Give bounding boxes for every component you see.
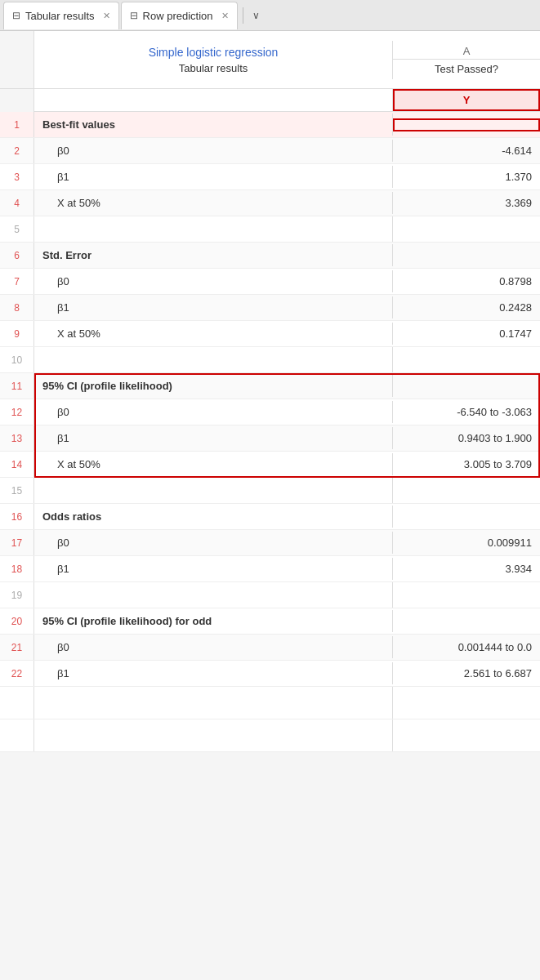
row-value-2: -4.614	[393, 140, 540, 162]
ci-section: 11 95% CI (profile likelihood) 12 β0 -6.…	[0, 373, 540, 478]
row-label-20: 95% CI (profile likelihood) for odd	[34, 610, 393, 632]
row-number-22: 22	[0, 661, 34, 686]
row-number-23	[0, 687, 34, 719]
header-title-row: Simple logistic regression Tabular resul…	[0, 31, 540, 89]
table-row: 22 β1 2.561 to 6.687	[0, 661, 540, 687]
row-value-14: 3.005 to 3.709	[393, 453, 540, 475]
tab-close-row-prediction[interactable]: ✕	[221, 11, 229, 21]
row-number-17: 17	[0, 530, 34, 555]
row-label-9: X at 50%	[34, 323, 393, 345]
tab-row-prediction[interactable]: ⊟ Row prediction ✕	[121, 2, 238, 29]
title-text: Simple logistic regression	[149, 46, 279, 59]
table-row: 19	[0, 582, 540, 608]
row-value-10	[393, 347, 540, 372]
row-value-18: 3.934	[393, 558, 540, 580]
row-number-3: 3	[0, 164, 34, 189]
row-number-2: 2	[0, 138, 34, 163]
row-number-16: 16	[0, 504, 34, 529]
tab-close-tabular[interactable]: ✕	[103, 11, 110, 21]
tab-label-tabular: Tabular results	[25, 10, 95, 22]
row-label-24	[34, 719, 393, 751]
row-value-5	[393, 216, 540, 242]
row-value-15	[393, 478, 540, 503]
row-label-8: β1	[34, 296, 393, 318]
row-label-15	[34, 478, 393, 503]
tab-separator	[243, 7, 243, 24]
row-number-5: 5	[0, 216, 34, 242]
row-number-18: 18	[0, 556, 34, 581]
table-row: 5	[0, 216, 540, 243]
row-number-21: 21	[0, 635, 34, 660]
row-label-12: β0	[34, 401, 393, 423]
row-value-24	[393, 719, 540, 751]
results-table: Simple logistic regression Tabular resul…	[0, 31, 540, 752]
table-row	[0, 719, 540, 752]
header-title-area: Simple logistic regression Tabular resul…	[34, 41, 393, 79]
row-number-24	[0, 719, 34, 751]
y-marker: Y	[393, 89, 540, 111]
row-value-8: 0.2428	[393, 296, 540, 318]
table-row: 7 β0 0.8798	[0, 269, 540, 295]
row-label-14: X at 50%	[34, 453, 393, 475]
row-label-5	[34, 216, 393, 242]
header-title-main: Simple logistic regression	[34, 41, 392, 60]
row-value-3: 1.370	[393, 166, 540, 188]
row-number-9: 9	[0, 321, 34, 346]
row-number-4: 4	[0, 190, 34, 216]
row-value-16	[393, 512, 540, 522]
row-value-11	[393, 381, 540, 391]
table-row: 13 β1 0.9403 to 1.900	[0, 425, 540, 452]
row-label-10	[34, 347, 393, 372]
row-label-18: β1	[34, 558, 393, 580]
row-value-12: -6.540 to -3.063	[393, 401, 540, 423]
header-subtitle: Tabular results	[34, 60, 392, 79]
row-number-12: 12	[0, 399, 34, 425]
table-row: 2 β0 -4.614	[0, 138, 540, 164]
table-row: 21 β0 0.001444 to 0.0	[0, 635, 540, 661]
row-value-6	[393, 251, 540, 261]
row-value-19	[393, 582, 540, 608]
col-a-name: Test Passed?	[393, 60, 540, 80]
table-row: 1 Best-fit values	[0, 112, 540, 138]
table-row: 6 Std. Error	[0, 243, 540, 269]
row-number-13: 13	[0, 425, 34, 451]
table-icon-2: ⊟	[130, 10, 138, 21]
row-label-17: β0	[34, 532, 393, 554]
table-row: 20 95% CI (profile likelihood) for odd	[0, 608, 540, 635]
table-row: 15	[0, 478, 540, 504]
row-value-7: 0.8798	[393, 270, 540, 292]
row-label-22: β1	[34, 662, 393, 684]
row-number-6: 6	[0, 243, 34, 268]
row-label-7: β0	[34, 270, 393, 292]
header-value-area: A Test Passed?	[393, 40, 540, 80]
row-number-15: 15	[0, 478, 34, 503]
row-label-19	[34, 582, 393, 608]
table-icon: ⊟	[12, 10, 20, 21]
row-value-9: 0.1747	[393, 323, 540, 345]
row-value-22: 2.561 to 6.687	[393, 662, 540, 684]
tab-tabular-results[interactable]: ⊟ Tabular results ✕	[3, 2, 119, 29]
row-number-7: 7	[0, 269, 34, 294]
table-row: 4 X at 50% 3.369	[0, 190, 540, 216]
header-row-num-spacer	[0, 31, 34, 88]
row-label-2: β0	[34, 140, 393, 162]
table-row: 10	[0, 347, 540, 373]
row-value-21: 0.001444 to 0.0	[393, 636, 540, 658]
table-row: 12 β0 -6.540 to -3.063	[0, 399, 540, 425]
row-label-21: β0	[34, 636, 393, 658]
row-value-1	[393, 118, 540, 131]
row-label-23	[34, 687, 393, 719]
row-label-16: Odds ratios	[34, 506, 393, 528]
table-row: 11 95% CI (profile likelihood)	[0, 373, 540, 399]
y-row-num	[0, 89, 34, 112]
tab-label-row-prediction: Row prediction	[143, 10, 213, 22]
table-row: 14 X at 50% 3.005 to 3.709	[0, 452, 540, 478]
row-label-6: Std. Error	[34, 244, 393, 266]
tab-dropdown-button[interactable]: ∨	[247, 6, 266, 25]
table-row: 8 β1 0.2428	[0, 295, 540, 321]
row-label-3: β1	[34, 166, 393, 188]
row-value-13: 0.9403 to 1.900	[393, 427, 540, 449]
tab-bar: ⊟ Tabular results ✕ ⊟ Row prediction ✕ ∨	[0, 0, 540, 31]
row-number-19: 19	[0, 582, 34, 608]
row-value-20	[393, 617, 540, 626]
